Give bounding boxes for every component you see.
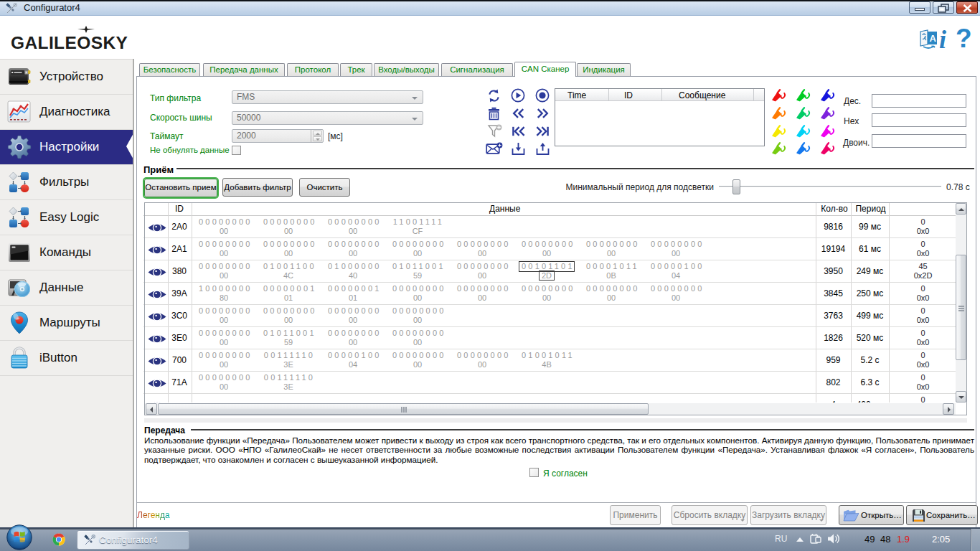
- svg-text:A: A: [930, 33, 937, 44]
